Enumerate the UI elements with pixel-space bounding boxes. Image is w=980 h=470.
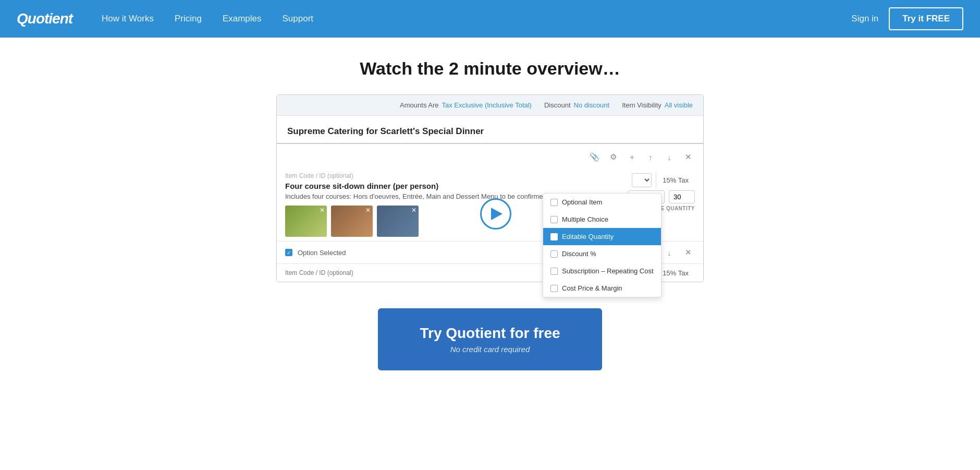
attach-icon[interactable]: 📎: [587, 150, 601, 164]
item-images: ✕ ✕ ✕: [285, 206, 572, 237]
bottom-tax-label: 15% Tax: [656, 264, 695, 282]
settings-bar: Amounts Are Tax Exclusive (Inclusive Tot…: [277, 95, 703, 116]
qty-input[interactable]: [669, 190, 695, 203]
quote-title: Supreme Catering for Scarlett's Special …: [277, 116, 703, 144]
dropdown-item-optional[interactable]: Optional Item: [543, 194, 661, 211]
cta-main-text: Try Quotient for free: [420, 325, 560, 342]
cta-section: Try Quotient for free No credit card req…: [10, 282, 970, 402]
amounts-are-setting: Amounts Are Tax Exclusive (Inclusive Tot…: [400, 101, 532, 109]
discount-label: Discount: [544, 101, 571, 109]
check-editable-qty: [550, 233, 558, 240]
tax-label: 15% Tax: [656, 172, 695, 188]
item-card: Item Code / ID (optional) Four course si…: [277, 168, 703, 241]
signin-link[interactable]: Sign in: [851, 14, 878, 24]
visibility-label: Item Visibility: [622, 101, 662, 109]
nav-examples[interactable]: Examples: [214, 9, 270, 28]
try-free-button[interactable]: Try it FREE: [889, 7, 963, 30]
dropdown-label-optional: Optional Item: [562, 198, 602, 206]
discount-value[interactable]: No discount: [574, 101, 610, 109]
play-button[interactable]: [480, 198, 511, 230]
option-label: Option Selected: [298, 249, 582, 257]
item-image-3: ✕: [377, 206, 419, 237]
dropdown-menu: Optional Item Multiple Choice Editable Q…: [543, 193, 662, 297]
dropdown-item-cost-price[interactable]: Cost Price & Margin: [543, 280, 661, 297]
check-optional: [550, 199, 558, 206]
add-icon[interactable]: ＋: [625, 150, 639, 164]
dropdown-label-multiple: Multiple Choice: [562, 215, 608, 223]
main-content: Watch the 2 minute overview… Amounts Are…: [0, 38, 980, 402]
move-down-icon[interactable]: ↓: [663, 150, 676, 164]
discount-setting: Discount No discount: [544, 101, 609, 109]
amounts-are-value[interactable]: Tax Exclusive (Inclusive Total): [442, 101, 532, 109]
nav-support[interactable]: Support: [274, 9, 322, 28]
item-card-left: Item Code / ID (optional) Four course si…: [285, 172, 572, 237]
visibility-setting: Item Visibility All visible: [622, 101, 693, 109]
check-multiple: [550, 216, 558, 223]
dropdown-item-subscription[interactable]: Subscription – Repeating Cost: [543, 262, 661, 280]
move-up-icon[interactable]: ↑: [644, 150, 657, 164]
remove-icon[interactable]: ✕: [681, 150, 695, 164]
tax-row: 15% Tax: [632, 172, 695, 188]
logo[interactable]: Quotient: [17, 10, 72, 27]
item-toolbar: 📎 ⚙ ＋ ↑ ↓ ✕: [277, 150, 703, 168]
image-close-3[interactable]: ✕: [411, 207, 416, 214]
option-remove-icon[interactable]: ✕: [681, 246, 695, 259]
item-area: 📎 ⚙ ＋ ↑ ↓ ✕ Item Code / ID (optional) Fo…: [277, 144, 703, 282]
page-title: Watch the 2 minute overview…: [10, 58, 970, 79]
cta-button[interactable]: Try Quotient for free No credit card req…: [378, 308, 602, 370]
option-checkbox[interactable]: [285, 249, 292, 256]
settings-icon[interactable]: ⚙: [606, 150, 620, 164]
check-subscription: [550, 268, 558, 275]
dropdown-label-editable-qty: Editable Quantity: [562, 233, 614, 240]
cta-sub-text: No credit card required: [420, 345, 560, 354]
item-code-display: Item Code / ID (optional): [285, 172, 572, 179]
image-close-1[interactable]: ✕: [320, 207, 325, 214]
nav-how-it-works[interactable]: How it Works: [93, 9, 162, 28]
bottom-code-input[interactable]: [285, 264, 564, 282]
item-name: Four course sit-down dinner (per person): [285, 182, 572, 190]
demo-container: Amounts Are Tax Exclusive (Inclusive Tot…: [276, 94, 704, 282]
navbar: Quotient How it Works Pricing Examples S…: [0, 0, 980, 38]
option-down-icon[interactable]: ↓: [663, 246, 676, 259]
check-cost-price: [550, 285, 558, 292]
item-description: Includes four courses: Hors d'oeuvres, E…: [285, 192, 572, 200]
item-image-1: ✕: [285, 206, 327, 237]
image-close-2[interactable]: ✕: [365, 207, 371, 214]
item-image-2: ✕: [331, 206, 373, 237]
dropdown-item-multiple[interactable]: Multiple Choice: [543, 211, 661, 228]
dropdown-label-cost-price: Cost Price & Margin: [562, 284, 622, 292]
play-icon: [491, 208, 503, 220]
navbar-right: Sign in Try it FREE: [851, 7, 963, 30]
tax-select[interactable]: [632, 173, 652, 187]
nav-pricing[interactable]: Pricing: [166, 9, 210, 28]
dropdown-label-subscription: Subscription – Repeating Cost: [562, 267, 654, 275]
dropdown-label-discount: Discount %: [562, 250, 596, 258]
check-discount: [550, 250, 558, 258]
dropdown-item-editable-qty[interactable]: Editable Quantity: [543, 228, 661, 245]
amounts-are-label: Amounts Are: [400, 101, 438, 109]
nav-links: How it Works Pricing Examples Support: [93, 9, 851, 28]
visibility-value[interactable]: All visible: [665, 101, 693, 109]
dropdown-item-discount[interactable]: Discount %: [543, 245, 661, 262]
